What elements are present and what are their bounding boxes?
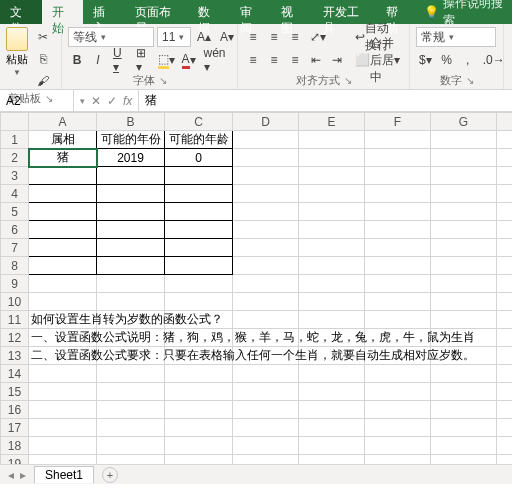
row-header[interactable]: 6 — [1, 221, 29, 239]
cell[interactable] — [299, 149, 365, 167]
fx-icon[interactable]: fx — [123, 94, 132, 108]
col-header[interactable]: G — [431, 113, 497, 131]
cell[interactable] — [165, 275, 233, 293]
cell[interactable] — [365, 437, 431, 455]
sheet-tab[interactable]: Sheet1 — [34, 466, 94, 483]
copy-button[interactable]: ⎘ — [34, 49, 52, 69]
cell[interactable] — [431, 311, 497, 329]
align-center-button[interactable]: ≡ — [265, 50, 283, 70]
orientation-button[interactable]: ⤢▾ — [307, 27, 329, 47]
accounting-button[interactable]: $▾ — [416, 50, 435, 70]
tab-home[interactable]: 开始 — [42, 0, 84, 24]
cell[interactable] — [165, 221, 233, 239]
formula-input[interactable]: 猪 — [139, 90, 512, 111]
cell[interactable] — [497, 437, 513, 455]
row-header[interactable]: 4 — [1, 185, 29, 203]
cell[interactable] — [497, 311, 513, 329]
row-header[interactable]: 16 — [1, 401, 29, 419]
cell[interactable] — [365, 365, 431, 383]
col-header[interactable]: D — [233, 113, 299, 131]
cell[interactable] — [165, 401, 233, 419]
cell[interactable] — [365, 401, 431, 419]
select-all-corner[interactable] — [1, 113, 29, 131]
cell[interactable] — [97, 365, 165, 383]
cell[interactable] — [431, 203, 497, 221]
cell[interactable] — [431, 257, 497, 275]
cell[interactable] — [497, 149, 513, 167]
cell[interactable] — [497, 329, 513, 347]
cell[interactable] — [497, 401, 513, 419]
tab-view[interactable]: 视图 — [271, 0, 313, 24]
cell[interactable] — [299, 167, 365, 185]
add-sheet-button[interactable]: + — [102, 467, 118, 483]
cell[interactable] — [497, 293, 513, 311]
cell[interactable] — [497, 347, 513, 365]
cell[interactable] — [365, 131, 431, 149]
cell[interactable] — [233, 239, 299, 257]
cell[interactable] — [97, 383, 165, 401]
comma-button[interactable]: , — [459, 50, 477, 70]
cell[interactable] — [165, 239, 233, 257]
cell[interactable] — [431, 383, 497, 401]
cell[interactable] — [233, 311, 299, 329]
align-launcher[interactable]: ↘ — [344, 75, 352, 86]
cell[interactable]: 猪 — [29, 149, 97, 167]
cell[interactable] — [233, 383, 299, 401]
col-header[interactable]: F — [365, 113, 431, 131]
cell[interactable] — [365, 149, 431, 167]
cell[interactable] — [97, 437, 165, 455]
cell[interactable] — [97, 239, 165, 257]
cell[interactable] — [431, 167, 497, 185]
cell[interactable] — [299, 203, 365, 221]
align-bottom-button[interactable]: ≡ — [286, 27, 304, 47]
cell[interactable] — [497, 365, 513, 383]
cell[interactable] — [299, 131, 365, 149]
spreadsheet-grid[interactable]: A B C D E F G H 1属相可能的年份可能的年龄2猪201903456… — [0, 112, 512, 484]
tell-me[interactable]: 💡 操作说明搜索 — [418, 0, 512, 24]
cell[interactable] — [233, 185, 299, 203]
row-header[interactable]: 2 — [1, 149, 29, 167]
cell[interactable] — [365, 167, 431, 185]
cell[interactable] — [29, 293, 97, 311]
cell[interactable] — [365, 311, 431, 329]
cell[interactable] — [299, 275, 365, 293]
cell[interactable] — [97, 419, 165, 437]
cell[interactable] — [97, 275, 165, 293]
col-header[interactable]: E — [299, 113, 365, 131]
indent-inc-button[interactable]: ⇥ — [328, 50, 346, 70]
align-middle-button[interactable]: ≡ — [265, 27, 283, 47]
cell[interactable] — [497, 383, 513, 401]
cell[interactable] — [29, 167, 97, 185]
cell[interactable] — [431, 185, 497, 203]
cancel-icon[interactable]: ✕ — [91, 94, 101, 108]
cell[interactable] — [165, 185, 233, 203]
enter-icon[interactable]: ✓ — [107, 94, 117, 108]
row-header[interactable]: 11 — [1, 311, 29, 329]
name-box[interactable]: A2 — [0, 90, 74, 111]
cell[interactable] — [497, 131, 513, 149]
cell[interactable] — [431, 293, 497, 311]
row-header[interactable]: 9 — [1, 275, 29, 293]
percent-button[interactable]: % — [438, 50, 456, 70]
cell[interactable] — [165, 257, 233, 275]
row-header[interactable]: 8 — [1, 257, 29, 275]
cell[interactable] — [497, 203, 513, 221]
cell[interactable] — [233, 401, 299, 419]
tab-layout[interactable]: 页面布局 — [125, 0, 188, 24]
align-right-button[interactable]: ≡ — [286, 50, 304, 70]
cell[interactable] — [497, 167, 513, 185]
row-header[interactable]: 12 — [1, 329, 29, 347]
row-header[interactable]: 13 — [1, 347, 29, 365]
cell[interactable] — [233, 257, 299, 275]
align-left-button[interactable]: ≡ — [244, 50, 262, 70]
cell[interactable] — [497, 257, 513, 275]
cell[interactable] — [29, 185, 97, 203]
cell[interactable] — [29, 383, 97, 401]
col-header[interactable]: B — [97, 113, 165, 131]
cell[interactable] — [299, 239, 365, 257]
format-painter-button[interactable]: 🖌 — [34, 71, 52, 91]
cell[interactable] — [97, 203, 165, 221]
cell[interactable] — [299, 221, 365, 239]
cell[interactable] — [97, 185, 165, 203]
cell[interactable] — [29, 437, 97, 455]
